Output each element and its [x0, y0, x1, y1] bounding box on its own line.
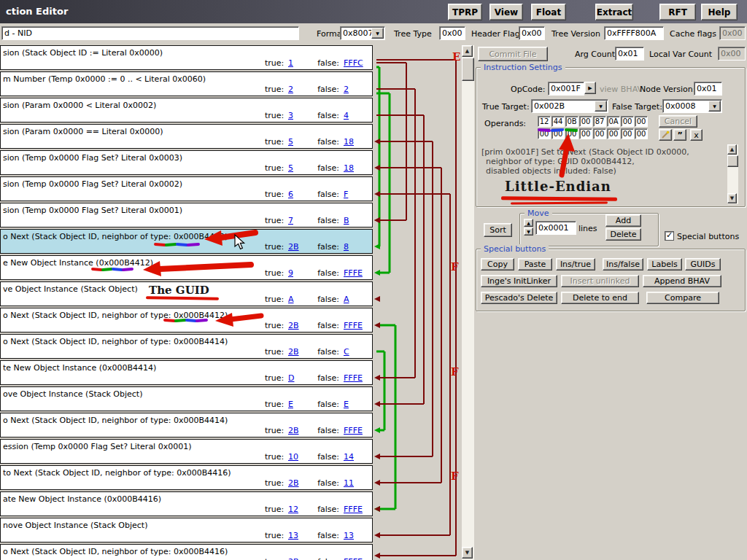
operand-cell-1-2[interactable]: 00 [565, 128, 578, 139]
operand-cell-1-3[interactable]: 00 [579, 128, 592, 139]
true-target-link[interactable]: 2B [288, 242, 313, 252]
false-target-select[interactable]: 0x0008 ▼ [662, 99, 722, 113]
instruction-row-4[interactable]: sion (Temp 0x0000 Flag Set? Literal 0x00… [0, 150, 373, 175]
true-target-link[interactable]: 13 [288, 531, 313, 540]
instruction-row-16[interactable]: to Next (Stack Object ID, neighbor of ty… [0, 465, 373, 490]
false-target-link[interactable]: 11 [344, 478, 354, 488]
true-target-link[interactable]: 2B [288, 478, 313, 488]
scroll-down-icon[interactable]: ▼ [727, 193, 737, 203]
scrollbar-thumb[interactable] [727, 155, 738, 167]
instruction-row-2[interactable]: sion (Param 0x0000 < Literal 0x0002)true… [0, 98, 373, 122]
false-target-link[interactable]: FFFC [344, 58, 363, 68]
instruction-row-17[interactable]: ate New Object Instance (0x000B4416)true… [0, 491, 373, 516]
special-button-delete-to-end[interactable]: Delete to end [561, 292, 639, 304]
wizard-button[interactable] [659, 129, 672, 141]
instruction-row-6[interactable]: sion (Temp 0x0000 Flag Set? Literal 0x00… [0, 203, 373, 228]
chevron-down-icon[interactable]: ▼ [708, 101, 721, 112]
true-target-link[interactable]: 5 [288, 163, 313, 173]
list-scrollbar[interactable]: ▲ ▼ [462, 45, 474, 560]
true-target-link[interactable]: 2B [288, 347, 313, 357]
operand-cell-0-3[interactable]: 00 [579, 116, 592, 127]
true-target-link[interactable]: 2B [288, 321, 313, 330]
special-button-append-bhav[interactable]: Append BHAV [643, 275, 721, 287]
true-target-link[interactable]: 2 [288, 85, 313, 94]
opcode-go-button[interactable]: ▶ [584, 82, 596, 94]
true-target-link[interactable]: 6 [288, 190, 313, 199]
false-target-link[interactable]: B [344, 216, 349, 225]
false-target-link[interactable]: F [344, 190, 348, 199]
false-target-link[interactable]: E [344, 400, 349, 409]
instruction-row-10[interactable]: o Next (Stack Object ID, neighbor of typ… [0, 308, 373, 332]
false-target-link[interactable]: 4 [344, 111, 349, 120]
scrollbar-thumb[interactable] [462, 58, 474, 81]
instruction-row-19[interactable]: o Next (Stack Object ID, neighbor of typ… [0, 544, 373, 560]
instruction-row-15[interactable]: ession (Temp 0x0000 Flag Set? Literal 0x… [0, 439, 373, 464]
scroll-up-icon[interactable]: ▲ [727, 144, 737, 155]
true-target-link[interactable]: 1 [288, 58, 313, 68]
false-target-link[interactable]: 2 [344, 85, 349, 94]
false-target-link[interactable]: FFFE [344, 373, 363, 383]
true-target-link[interactable]: 2B [288, 426, 313, 435]
operand-cell-1-7[interactable]: 00 [635, 128, 648, 139]
false-target-link[interactable]: 14 [344, 452, 354, 462]
operand-cell-0-5[interactable]: 0A [607, 116, 620, 127]
operand-cell-1-6[interactable]: 00 [621, 128, 634, 139]
instruction-row-0[interactable]: sion (Stack Object ID := Literal 0x0000)… [0, 45, 373, 70]
operand-cell-1-1[interactable]: 00 [551, 128, 565, 139]
true-target-link[interactable]: E [288, 400, 313, 409]
operand-cell-1-0[interactable]: 00 [538, 128, 551, 139]
operand-cell-0-1[interactable]: 44 [551, 116, 565, 127]
true-target-select[interactable]: 0x002B ▼ [531, 99, 608, 113]
false-target-link[interactable]: 13 [344, 531, 354, 540]
window-titlebar[interactable]: ction Editor [0, 0, 747, 23]
false-target-link[interactable]: 8 [344, 242, 349, 252]
filename-input[interactable] [1, 26, 299, 40]
operand-cell-0-2[interactable]: 0B [565, 116, 578, 127]
false-target-link[interactable]: FFFE [344, 505, 363, 514]
spin-down-icon[interactable]: ▼ [524, 228, 533, 236]
format-select[interactable]: 0x8007 ▼ [340, 26, 385, 40]
special-button-paste[interactable]: Paste [518, 258, 552, 271]
instruction-row-1[interactable]: m Number (Temp 0x0000 := 0 .. < Literal … [0, 71, 373, 96]
true-target-link[interactable]: 3 [288, 111, 313, 120]
special-button-insert-unlinked[interactable]: Insert unlinked [561, 275, 639, 287]
operand-cell-0-0[interactable]: 12 [538, 116, 551, 127]
chevron-down-icon[interactable]: ▼ [371, 28, 384, 39]
help-button[interactable]: Help [701, 4, 738, 20]
tree-version-value[interactable]: 0xFFFF800A [604, 26, 664, 40]
true-target-link[interactable]: 10 [288, 452, 313, 462]
instruction-list[interactable]: sion (Stack Object ID := Literal 0x0000)… [0, 45, 374, 560]
float-button[interactable]: Float [531, 4, 566, 20]
extract-button[interactable]: Extract [595, 4, 633, 20]
spin-up-icon[interactable]: ▲ [524, 219, 533, 227]
false-target-link[interactable]: FFFE [344, 557, 363, 560]
header-flag-value[interactable]: 0x00 [519, 26, 545, 40]
commit-file-button[interactable]: Commit File [478, 47, 548, 61]
operand-cell-0-6[interactable]: 00 [621, 116, 634, 127]
node-version-value[interactable]: 0x01 [694, 82, 722, 96]
add-button[interactable]: Add [605, 214, 641, 227]
move-lines-input[interactable] [535, 221, 576, 235]
true-target-link[interactable]: 12 [288, 505, 313, 514]
opcode-value[interactable]: 0x001F [548, 82, 584, 96]
arg-count-value[interactable]: 0x01 [615, 47, 644, 61]
special-button-ins-false[interactable]: Ins/false [603, 258, 643, 271]
operand-cell-1-5[interactable]: 00 [607, 128, 620, 139]
instruction-row-8[interactable]: e New Object Instance (0x000B4412)true:9… [0, 255, 373, 280]
quote-button[interactable]: ” [673, 129, 686, 141]
true-target-link[interactable]: A [288, 295, 313, 304]
instruction-row-13[interactable]: ove Object Instance (Stack Object)true:E… [0, 386, 373, 411]
false-target-link[interactable]: FFFE [344, 321, 363, 330]
operand-cell-1-4[interactable]: 00 [593, 128, 606, 139]
special-button-labels[interactable]: Labels [647, 258, 682, 271]
view-button[interactable]: View [489, 4, 523, 20]
instruction-row-12[interactable]: te New Object Instance (0x000B4414)true:… [0, 360, 373, 385]
instruction-row-5[interactable]: sion (Temp 0x0000 Flag Set? Literal 0x00… [0, 176, 373, 201]
scroll-down-icon[interactable]: ▼ [462, 547, 473, 559]
sort-button[interactable]: Sort [484, 223, 512, 237]
delete-button[interactable]: Delete [605, 228, 641, 241]
rft-button[interactable]: RFT [659, 4, 696, 20]
special-button-copy[interactable]: Copy [481, 258, 514, 271]
true-target-link[interactable]: 5 [288, 137, 313, 147]
chevron-down-icon[interactable]: ▼ [595, 101, 607, 112]
